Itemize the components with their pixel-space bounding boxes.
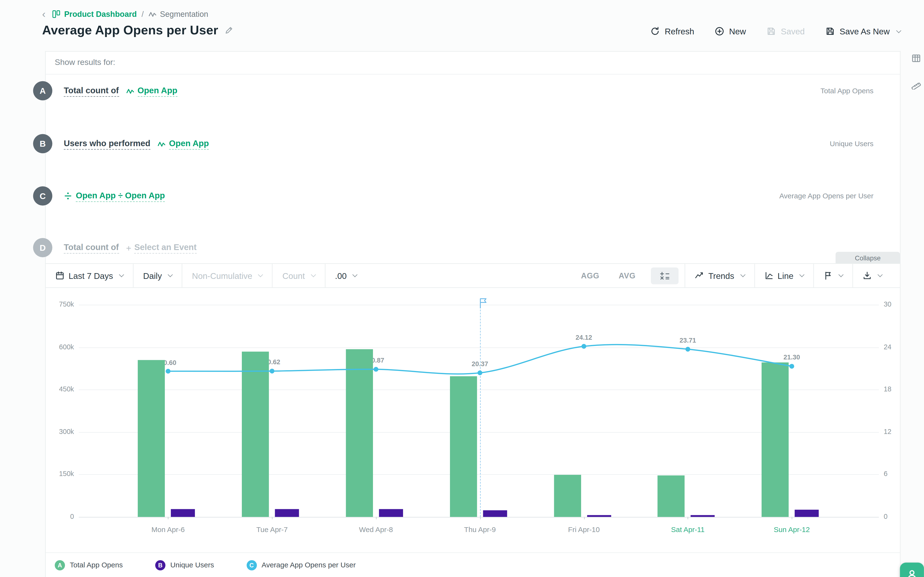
chevron-down-icon [311, 272, 316, 277]
gridline [79, 474, 879, 475]
collapse-button[interactable]: Collapse [836, 252, 900, 263]
trends-label: Trends [708, 271, 734, 280]
decimal-format-label: .00 [335, 271, 347, 280]
formula-selector[interactable]: Open App ÷ Open App [64, 190, 165, 202]
bar-total-app-opens[interactable] [762, 363, 789, 517]
plus-icon: + [126, 243, 131, 253]
interval-label: Daily [143, 271, 162, 280]
help-button[interactable] [900, 562, 924, 577]
ruler-icon [911, 80, 921, 90]
x-axis-label: Wed Apr-8 [340, 525, 412, 534]
legend-color-badge: A [55, 560, 65, 570]
annotation-flag-icon[interactable] [478, 298, 488, 309]
header-actions: Refresh New Saved Save As New [650, 26, 900, 36]
axis-tick [584, 517, 585, 519]
export-dropdown[interactable] [853, 264, 892, 287]
line-point[interactable] [790, 364, 794, 369]
decimal-format-dropdown[interactable]: .00 [325, 264, 367, 287]
download-icon [863, 271, 872, 280]
bar-unique-users[interactable] [275, 509, 299, 517]
y-axis-tick-right: 30 [884, 301, 901, 308]
refresh-button[interactable]: Refresh [650, 26, 694, 36]
line-chart-icon [764, 271, 773, 280]
saved-label: Saved [781, 26, 804, 36]
select-event-label: Select an Event [134, 242, 197, 253]
chart-type-label: Line [777, 271, 793, 280]
result-label: Total App Opens [821, 87, 874, 95]
interval-dropdown[interactable]: Daily [134, 264, 182, 287]
chevron-down-icon [258, 272, 263, 277]
breadcrumb-current-label: Segmentation [160, 10, 208, 19]
event-selector[interactable]: Open App [158, 138, 209, 150]
metric-label: Count [283, 271, 305, 280]
legend-item-a[interactable]: ATotal App Opens [55, 560, 123, 570]
x-axis-label: Sun Apr-12 [756, 525, 828, 534]
bar-total-app-opens[interactable] [450, 376, 477, 517]
event-icon [126, 87, 134, 94]
edit-title-icon[interactable] [224, 26, 233, 35]
y-axis-tick-left: 450k [46, 385, 74, 393]
bar-total-app-opens[interactable] [554, 475, 581, 517]
line-point[interactable] [582, 344, 586, 349]
save-as-new-button[interactable]: Save As New [825, 26, 900, 36]
agg-option[interactable]: AGG [572, 264, 609, 287]
axis-tick [792, 517, 792, 519]
chevron-down-icon [352, 272, 357, 277]
breadcrumb-dashboard-label: Product Dashboard [64, 10, 137, 19]
date-range-dropdown[interactable]: Last 7 Days [54, 264, 133, 287]
legend-label: Total App Opens [70, 561, 123, 569]
query-row-d: D Total count of + Select an Event [46, 238, 900, 257]
chart-type-dropdown[interactable]: Line [754, 264, 813, 287]
chevron-down-icon [838, 272, 843, 277]
x-axis-label: Fri Apr-10 [548, 525, 620, 534]
legend-item-c[interactable]: CAverage App Opens per User [246, 560, 355, 570]
trends-dropdown[interactable]: Trends [685, 264, 754, 287]
aggregation-clause[interactable]: Total count of [64, 242, 119, 253]
refresh-icon [650, 26, 660, 36]
bar-total-app-opens[interactable] [346, 349, 373, 517]
plus-circle-icon [715, 26, 724, 36]
axis-tick [168, 517, 169, 519]
y-axis-tick-right: 18 [884, 385, 901, 393]
bar-unique-users[interactable] [379, 509, 403, 517]
bar-total-app-opens[interactable] [242, 351, 269, 517]
chart-toolbar: Last 7 Days Daily Non-Cumulative Count .… [46, 263, 900, 288]
bar-total-app-opens[interactable] [138, 360, 165, 517]
chevron-down-icon [119, 272, 124, 277]
row-letter-badge: B [33, 134, 52, 153]
line-point[interactable] [374, 367, 378, 372]
measure-button[interactable] [910, 79, 922, 91]
axis-tick [480, 517, 481, 519]
y-axis-tick-left: 600k [46, 343, 74, 350]
x-axis-label: Tue Apr-7 [236, 525, 308, 534]
bar-unique-users[interactable] [171, 509, 195, 517]
breadcrumb: ‹ Product Dashboard / Segmentation [42, 10, 208, 19]
event-selector[interactable]: Open App [126, 85, 177, 97]
breadcrumb-dashboard-link[interactable]: Product Dashboard [52, 10, 137, 19]
table-view-button[interactable] [910, 52, 922, 64]
bar-total-app-opens[interactable] [657, 475, 685, 517]
bar-unique-users[interactable] [587, 515, 611, 517]
y-axis-tick-left: 0 [46, 513, 74, 520]
legend-item-b[interactable]: BUnique Users [155, 560, 214, 570]
new-button[interactable]: New [715, 26, 746, 36]
formula-toggle[interactable] [651, 267, 679, 284]
agg-label: AGG [581, 271, 599, 280]
annotations-dropdown[interactable] [814, 264, 853, 287]
chevron-down-icon [168, 272, 173, 277]
bar-unique-users[interactable] [483, 510, 507, 517]
line-point[interactable] [270, 369, 275, 373]
breadcrumb-current: Segmentation [149, 10, 208, 19]
gridline [79, 390, 879, 390]
avg-option[interactable]: AVG [609, 264, 645, 287]
chevron-down-icon [740, 272, 745, 277]
bar-unique-users[interactable] [795, 510, 819, 517]
aggregation-clause[interactable]: Users who performed [64, 138, 150, 150]
formula-text: Open App ÷ Open App [76, 190, 165, 202]
metric-dropdown: Count [273, 264, 325, 287]
back-chevron-icon[interactable]: ‹ [42, 10, 45, 18]
aggregation-clause[interactable]: Total count of [64, 85, 119, 97]
select-event-placeholder[interactable]: + Select an Event [126, 242, 197, 253]
line-point[interactable] [166, 369, 171, 374]
bar-unique-users[interactable] [691, 515, 715, 517]
